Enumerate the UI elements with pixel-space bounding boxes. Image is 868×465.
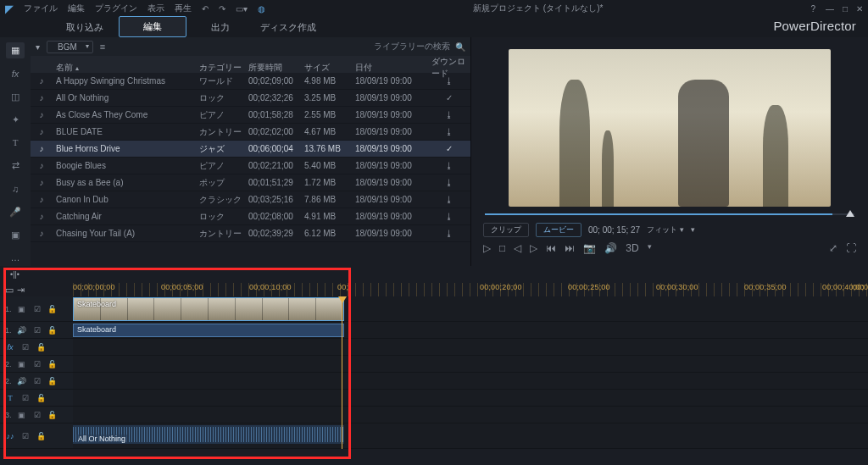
redo-icon[interactable]: ↷ — [219, 4, 225, 14]
music-clip-allornothing[interactable]: All Or Nothing — [73, 425, 344, 444]
timeline-mode-a-button[interactable]: ▭ — [5, 285, 14, 296]
track-visible-icon[interactable]: ☑ — [20, 432, 31, 440]
tab-edit[interactable]: 編集 — [119, 16, 186, 37]
row-download-icon[interactable]: ⭳ — [428, 195, 470, 204]
row-download-icon[interactable]: ⭳ — [428, 110, 470, 119]
track-lock-icon[interactable]: 🔓 — [47, 305, 58, 313]
preview-seekbar[interactable] — [485, 213, 854, 215]
row-download-icon[interactable]: ✓ — [428, 144, 470, 153]
track-body[interactable]: Skateboard — [73, 296, 868, 321]
audio-clip-skateboard[interactable]: Skateboard — [73, 324, 344, 337]
track-visible-icon[interactable]: ☑ — [32, 377, 42, 385]
track-body[interactable] — [73, 373, 868, 389]
lib-list-icon[interactable]: ≡ — [100, 42, 105, 52]
skip-fwd-icon[interactable]: ⏭ — [565, 242, 575, 254]
aspect-icon[interactable]: ▭▾ — [236, 4, 248, 14]
undock-icon[interactable]: ⤢ — [829, 242, 837, 254]
track-body[interactable]: All Or Nothing — [73, 423, 868, 448]
subtitle-room-icon[interactable]: … — [6, 250, 25, 266]
row-download-icon[interactable]: ⭳ — [428, 178, 470, 187]
row-download-icon[interactable]: ✓ — [428, 93, 470, 102]
preview-more-icon[interactable]: ▾ — [648, 242, 652, 254]
close-icon[interactable]: ✕ — [856, 4, 863, 14]
library-filter-select[interactable]: BGM — [47, 41, 93, 53]
track-body[interactable] — [73, 390, 868, 406]
logo-icon[interactable]: ◤ — [5, 3, 14, 15]
track-lock-icon[interactable]: 🔓 — [36, 343, 46, 352]
pip-room-icon[interactable]: ◫ — [6, 88, 25, 104]
row-download-icon[interactable]: ⭳ — [428, 127, 470, 136]
menu-file[interactable]: ファイル — [24, 3, 58, 14]
row-download-icon[interactable]: ⭳ — [428, 212, 470, 221]
splitter-icon[interactable]: •||• — [10, 270, 19, 279]
library-row[interactable]: ♪Busy as a Bee (a)ポップ00;01;51;291.72 MB1… — [31, 174, 470, 191]
track-visible-icon[interactable]: ☑ — [32, 411, 42, 419]
voice-room-icon[interactable]: 🎤 — [6, 203, 25, 219]
fx-room-icon[interactable]: fx — [6, 65, 25, 81]
help-icon[interactable]: ? — [810, 4, 815, 14]
menu-edit[interactable]: 編集 — [68, 3, 85, 14]
timeline-ruler[interactable]: 00;00;00;0000;00;05;0000;00;10;0000;00;0… — [73, 283, 868, 296]
prev-frame-icon[interactable]: ◁ — [514, 242, 521, 254]
track-visible-icon[interactable]: ☑ — [32, 360, 42, 368]
undo-icon[interactable]: ↶ — [202, 4, 209, 14]
track-visible-icon[interactable]: ☑ — [32, 326, 42, 335]
preview-viewport[interactable] — [509, 49, 831, 207]
cloud-icon[interactable]: ◍ — [258, 4, 265, 14]
library-row[interactable]: ♪All Or Nothingロック00;02;32;263.25 MB18/0… — [31, 90, 470, 107]
video-clip-skateboard[interactable]: Skateboard — [73, 297, 344, 321]
track-body[interactable]: Skateboard — [73, 322, 868, 338]
menu-play[interactable]: 再生 — [175, 3, 192, 14]
track-lock-icon[interactable]: 🔓 — [47, 360, 58, 368]
library-row[interactable]: ♪Canon In Dubクラシック00;03;25;167.86 MB18/0… — [31, 191, 470, 208]
track-lock-icon[interactable]: 🔓 — [47, 326, 58, 335]
movie-mode-button[interactable]: ムービー — [536, 223, 581, 237]
threed-button[interactable]: 3D — [626, 242, 638, 254]
minimize-icon[interactable]: — — [826, 4, 834, 14]
particle-room-icon[interactable]: ✦ — [6, 112, 25, 128]
library-row[interactable]: ♪Blue Horns Driveジャズ00;06;00;0413.76 MB1… — [31, 141, 470, 158]
library-row[interactable]: ♪Catching Airロック00;02;08;004.91 MB18/09/… — [31, 208, 470, 225]
menu-plugin[interactable]: プラグイン — [95, 3, 137, 14]
col-name[interactable]: 名前 ▴ — [53, 62, 196, 74]
next-frame-icon[interactable]: ▷ — [530, 242, 537, 254]
quality-select[interactable]: ▾ — [691, 225, 695, 234]
track-visible-icon[interactable]: ☑ — [32, 305, 42, 313]
track-lock-icon[interactable]: 🔓 — [36, 432, 46, 440]
track-body[interactable] — [73, 339, 868, 355]
transition-room-icon[interactable]: ⇄ — [6, 158, 25, 174]
col-category[interactable]: カテゴリー — [196, 62, 245, 74]
track-body[interactable] — [73, 407, 868, 423]
audio-room-icon[interactable]: ♫ — [6, 180, 25, 197]
track-lock-icon[interactable]: 🔓 — [47, 411, 58, 419]
track-visible-icon[interactable]: ☑ — [20, 394, 31, 402]
fullscreen-icon[interactable]: ⛶ — [846, 242, 856, 254]
media-room-icon[interactable]: ▦ — [6, 42, 25, 58]
track-visible-icon[interactable]: ☑ — [20, 343, 31, 352]
tab-import[interactable]: 取り込み — [51, 18, 119, 37]
track-lock-icon[interactable]: 🔓 — [36, 394, 46, 402]
row-download-icon[interactable]: ⭳ — [428, 161, 470, 170]
row-download-icon[interactable]: ⭳ — [428, 76, 470, 86]
stop-icon[interactable]: □ — [499, 242, 505, 254]
lib-back-icon[interactable]: ▾ — [36, 42, 40, 52]
title-room-icon[interactable]: T — [6, 135, 25, 151]
snapshot-icon[interactable]: 📷 — [583, 242, 596, 254]
menu-display[interactable]: 表示 — [147, 3, 164, 14]
col-date[interactable]: 日付 — [352, 62, 428, 74]
maximize-icon[interactable]: □ — [843, 4, 848, 14]
play-icon[interactable]: ▷ — [483, 242, 491, 254]
library-row[interactable]: ♪A Happy Swinging Christmasワールド00;02;09;… — [31, 73, 470, 90]
library-row[interactable]: ♪Chasing Your Tail (A)カントリー00;02;39;296.… — [31, 225, 470, 242]
tab-output[interactable]: 出力 — [186, 18, 254, 37]
col-size[interactable]: サイズ — [301, 62, 352, 74]
skip-back-icon[interactable]: ⏮ — [546, 242, 556, 254]
col-duration[interactable]: 所要時間 — [245, 62, 301, 74]
row-download-icon[interactable]: ⭳ — [428, 229, 470, 238]
chapter-room-icon[interactable]: ▣ — [6, 227, 25, 243]
volume-icon[interactable]: 🔊 — [604, 242, 617, 254]
track-body[interactable] — [73, 356, 868, 372]
library-row[interactable]: ♪As Close As They Comeピアノ00;01;58;282.55… — [31, 107, 470, 124]
clip-mode-button[interactable]: クリップ — [483, 223, 529, 237]
library-row[interactable]: ♪Boogie Bluesピアノ00;02;21;005.40 MB18/09/… — [31, 158, 470, 174]
